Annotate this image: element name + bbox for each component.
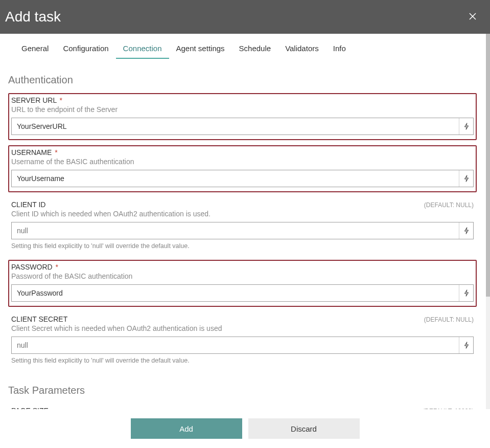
section-title-task-parameters: Task Parameters <box>8 385 477 396</box>
tabs: General Configuration Connection Agent s… <box>8 34 477 59</box>
default-client-secret: (DEFAULT: NULL) <box>424 316 474 323</box>
input-row-password <box>11 284 474 302</box>
bolt-button-server-url[interactable] <box>459 118 473 135</box>
bolt-icon <box>463 175 470 182</box>
field-page-size: PAGE SIZE (DEFAULT: 10000) Set the page … <box>8 404 477 409</box>
desc-client-secret: Client Secret which is needed when OAuth… <box>11 324 474 332</box>
tab-configuration[interactable]: Configuration <box>56 41 115 59</box>
tab-info[interactable]: Info <box>326 41 353 59</box>
label-username: USERNAME * <box>11 148 58 156</box>
field-password: PASSWORD * Password of the BASIC authent… <box>8 260 477 307</box>
tab-connection[interactable]: Connection <box>116 41 169 59</box>
content: General Configuration Connection Agent s… <box>0 34 485 409</box>
dialog-header: Add task <box>0 0 490 34</box>
bolt-button-client-id[interactable] <box>459 222 473 239</box>
section-title-authentication: Authentication <box>8 74 477 86</box>
desc-client-id: Client ID which is needed when OAuth2 au… <box>11 210 474 218</box>
input-row-client-secret <box>11 337 474 354</box>
input-row-username <box>11 170 474 187</box>
label-client-id: CLIENT ID <box>11 200 45 209</box>
field-client-secret: CLIENT SECRET (DEFAULT: NULL) Client Sec… <box>8 312 477 369</box>
note-client-secret: Setting this field explicitly to 'null' … <box>11 357 474 364</box>
tab-general[interactable]: General <box>14 41 56 59</box>
label-client-secret: CLIENT SECRET <box>11 315 67 323</box>
bolt-button-username[interactable] <box>459 170 473 187</box>
field-client-id: CLIENT ID (DEFAULT: NULL) Client ID whic… <box>8 197 477 255</box>
required-star: * <box>56 263 58 271</box>
input-server-url[interactable] <box>12 118 459 135</box>
bolt-icon <box>463 289 470 297</box>
dialog-title: Add task <box>5 9 61 25</box>
bolt-icon <box>463 227 470 234</box>
add-button[interactable]: Add <box>131 418 242 439</box>
field-server-url: SERVER URL * URL to the endpoint of the … <box>8 93 477 140</box>
desc-server-url: URL to the endpoint of the Server <box>11 105 474 114</box>
desc-password: Password of the BASIC authentication <box>11 272 474 280</box>
tab-schedule[interactable]: Schedule <box>232 41 278 59</box>
close-icon <box>469 12 477 20</box>
desc-username: Username of the BASIC authentication <box>11 158 474 166</box>
bolt-icon <box>463 342 470 349</box>
required-star: * <box>60 96 62 104</box>
scrollbar-track[interactable] <box>486 34 490 409</box>
bolt-button-client-secret[interactable] <box>459 337 473 353</box>
input-client-id[interactable] <box>12 222 459 239</box>
input-username[interactable] <box>12 170 459 187</box>
tab-agent-settings[interactable]: Agent settings <box>169 41 232 59</box>
label-server-url: SERVER URL * <box>11 96 62 104</box>
required-star: * <box>55 148 57 156</box>
input-row-client-id <box>11 222 474 239</box>
discard-button[interactable]: Discard <box>248 418 360 439</box>
note-client-id: Setting this field explicitly to 'null' … <box>11 242 474 250</box>
input-row-server-url <box>11 118 474 135</box>
input-password[interactable] <box>12 285 459 301</box>
label-password: PASSWORD * <box>11 263 58 271</box>
input-client-secret[interactable] <box>12 337 459 353</box>
default-client-id: (DEFAULT: NULL) <box>424 201 474 209</box>
scroll-area[interactable]: General Configuration Connection Agent s… <box>0 34 485 409</box>
close-button[interactable] <box>465 9 480 25</box>
tab-validators[interactable]: Validators <box>278 41 326 59</box>
dialog-footer: Add Discard <box>0 409 490 448</box>
bolt-icon <box>463 123 470 130</box>
field-username: USERNAME * Username of the BASIC authent… <box>8 145 477 192</box>
bolt-button-password[interactable] <box>459 285 473 301</box>
scrollbar-thumb[interactable] <box>486 34 490 297</box>
